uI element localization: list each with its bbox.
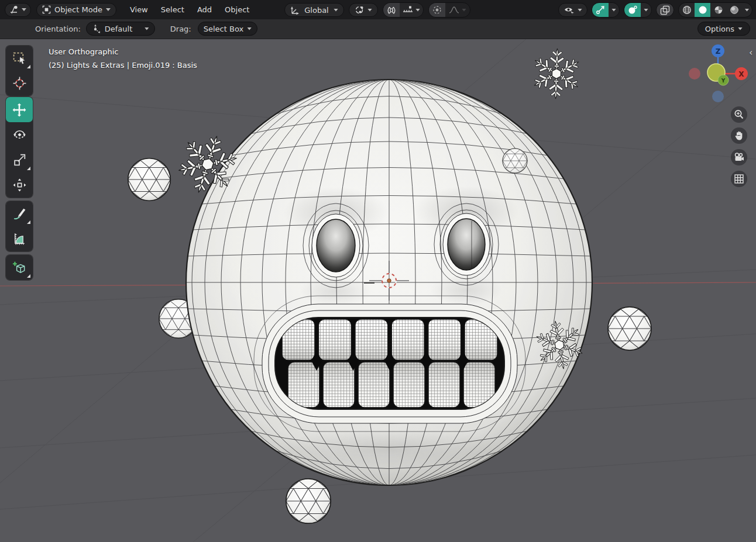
chevron-down-icon xyxy=(106,8,111,11)
chevron-down-icon xyxy=(247,27,252,30)
tool-annotate[interactable] xyxy=(6,201,33,226)
orientation-label: Orientation: xyxy=(35,25,81,33)
axis-x[interactable]: X xyxy=(735,67,748,80)
transform-orientation-dropdown[interactable]: Global xyxy=(284,3,344,17)
icosphere-right-mid[interactable] xyxy=(608,307,651,350)
chevron-down-icon xyxy=(611,9,616,12)
editor-type-3d-viewport-icon xyxy=(9,5,19,14)
shading-dropdown[interactable] xyxy=(742,3,752,17)
chevron-down-icon xyxy=(644,9,648,12)
toolbar-transform-group xyxy=(6,97,33,198)
tool-cursor[interactable] xyxy=(6,71,33,96)
measure-tool-icon xyxy=(12,232,27,246)
toggle-ortho-grid-button[interactable] xyxy=(731,171,747,187)
object-visibility-dropdown[interactable] xyxy=(558,3,587,17)
chevron-down-icon xyxy=(367,9,372,12)
pan-view-button[interactable] xyxy=(731,127,747,144)
overlays-dropdown[interactable] xyxy=(641,3,651,17)
shading-material-icon xyxy=(714,5,723,15)
axis-z[interactable]: Z xyxy=(712,44,724,57)
options-label: Options xyxy=(705,25,734,33)
show-object-types-eye-icon xyxy=(563,6,575,15)
proportional-editing-toggle[interactable] xyxy=(429,3,445,17)
tool-add-cube[interactable] xyxy=(6,255,33,280)
tool-scale[interactable] xyxy=(6,147,33,172)
shading-material-button[interactable] xyxy=(710,3,726,17)
show-gizmos-toggle[interactable] xyxy=(592,3,609,17)
chevron-down-icon xyxy=(415,9,420,12)
shading-solid-icon xyxy=(698,5,707,15)
zoom-magnifier-icon xyxy=(734,109,744,120)
sidebar-collapse-arrow[interactable]: ‹ xyxy=(749,47,752,58)
shading-wireframe-icon xyxy=(682,5,692,15)
viewport-3d[interactable]: Z X Y User Orthographic (25) Lights & Ex… xyxy=(0,39,756,542)
gizmos-dropdown[interactable] xyxy=(609,3,619,17)
toggle-xray-button[interactable] xyxy=(656,3,674,17)
options-dropdown[interactable]: Options xyxy=(697,22,750,36)
transform-orientation-icon xyxy=(290,6,300,15)
overlays-controls xyxy=(624,2,652,18)
show-overlays-toggle[interactable] xyxy=(624,3,641,17)
icosphere-bottom[interactable] xyxy=(286,479,331,523)
tool-select-box[interactable] xyxy=(6,46,33,71)
pivot-point-icon xyxy=(355,5,365,15)
context-line: (25) Lights & Extras | Emoji.019 : Basis xyxy=(49,58,197,72)
tool-measure[interactable] xyxy=(6,226,33,251)
snap-controls xyxy=(383,2,424,18)
menu-view[interactable]: View xyxy=(123,3,154,17)
snap-magnet-toggle[interactable] xyxy=(383,3,400,17)
camera-view-button[interactable] xyxy=(731,149,747,165)
editor-type-selector[interactable] xyxy=(5,3,31,17)
chevron-down-icon xyxy=(22,8,26,11)
scene-canvas[interactable]: Z X Y xyxy=(0,39,756,542)
drag-mode-value: Select Box xyxy=(204,25,243,33)
select-box-icon xyxy=(12,51,27,65)
chevron-down-icon xyxy=(738,27,743,30)
snap-increments-icon xyxy=(403,5,413,15)
toolbar-select-group xyxy=(6,46,33,96)
snap-magnet-icon xyxy=(387,5,396,15)
chevron-down-icon xyxy=(745,9,750,12)
shading-wireframe-button[interactable] xyxy=(679,3,695,17)
drag-label: Drag: xyxy=(170,25,191,33)
grid-ortho-icon xyxy=(734,174,744,184)
move-tool-icon xyxy=(12,102,27,118)
snap-target-dropdown[interactable] xyxy=(400,3,423,17)
shading-rendered-button[interactable] xyxy=(726,3,742,17)
object-mode-icon xyxy=(42,5,51,14)
tool-move[interactable] xyxy=(6,97,33,122)
cursor-tool-icon xyxy=(12,76,27,91)
icosphere-right-top-small[interactable] xyxy=(503,149,527,173)
menu-select[interactable]: Select xyxy=(154,3,191,17)
tool-settings-bar: Orientation: Default Drag: Select Box Op… xyxy=(0,19,756,39)
mode-label: Object Mode xyxy=(54,5,102,14)
chevron-down-icon xyxy=(334,9,338,12)
mode-dropdown[interactable]: Object Mode xyxy=(36,3,116,17)
transform-tool-icon xyxy=(12,178,27,192)
axis-minus-z[interactable] xyxy=(712,91,724,102)
proportional-falloff-dropdown[interactable] xyxy=(445,3,470,17)
svg-text:Y: Y xyxy=(721,78,726,84)
orientation-value: Global xyxy=(304,6,328,15)
pivot-point-dropdown[interactable] xyxy=(349,3,378,17)
proportional-editing-icon xyxy=(432,5,442,15)
tool-rotate[interactable] xyxy=(6,122,33,147)
tool-transform[interactable] xyxy=(6,172,33,198)
chevron-down-icon xyxy=(462,9,466,12)
annotate-pencil-icon xyxy=(12,206,27,221)
icosphere-left-top[interactable] xyxy=(128,158,171,201)
toolbar-add-group xyxy=(6,255,33,280)
menu-object[interactable]: Object xyxy=(218,3,256,17)
axis-minus-x[interactable] xyxy=(689,68,700,80)
shading-solid-button[interactable] xyxy=(695,3,710,17)
zoom-view-button[interactable] xyxy=(731,106,747,123)
view-name: User Orthographic xyxy=(49,45,197,58)
drag-mode-dropdown[interactable]: Select Box xyxy=(198,22,257,36)
orientation-default-dropdown[interactable]: Default xyxy=(86,22,155,36)
scale-tool-icon xyxy=(12,153,27,167)
menu-add[interactable]: Add xyxy=(191,3,218,17)
camera-view-icon xyxy=(734,152,745,163)
orientation-default-value: Default xyxy=(105,25,133,33)
toggle-xray-icon xyxy=(660,5,670,15)
overlays-sphere-icon xyxy=(628,5,637,15)
